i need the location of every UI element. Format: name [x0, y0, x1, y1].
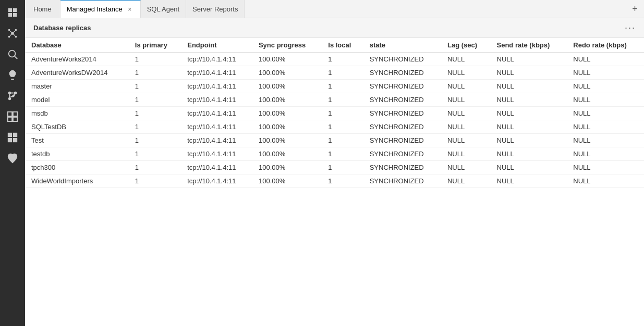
svg-rect-2: [8, 13, 12, 17]
tab-managed-instance-label: Managed Instance: [67, 5, 123, 13]
tab-home-label: Home: [33, 5, 52, 13]
svg-rect-19: [13, 112, 17, 116]
table-cell: NULL: [567, 93, 644, 107]
table-cell: 1: [322, 80, 363, 93]
svg-rect-0: [8, 8, 12, 12]
svg-line-9: [10, 31, 11, 32]
table-cell: NULL: [491, 80, 567, 93]
table-row[interactable]: Test1tcp://10.4.1.4:11100.00%1SYNCHRONIZ…: [25, 134, 644, 147]
table-cell: tcp://10.4.1.4:11: [181, 134, 252, 147]
connections-icon[interactable]: [0, 23, 25, 44]
table-row[interactable]: master1tcp://10.4.1.4:11100.00%1SYNCHRON…: [25, 80, 644, 93]
svg-line-12: [14, 34, 15, 36]
table-row[interactable]: model1tcp://10.4.1.4:11100.00%1SYNCHRONI…: [25, 93, 644, 107]
table-cell: NULL: [441, 174, 491, 188]
table-cell: SYNCHRONIZED: [363, 161, 441, 174]
table-cell: 1: [322, 147, 363, 161]
svg-rect-3: [13, 13, 17, 17]
table-cell: 1: [322, 161, 363, 174]
svg-point-13: [9, 51, 16, 57]
table-row[interactable]: msdb1tcp://10.4.1.4:11100.00%1SYNCHRONIZ…: [25, 107, 644, 120]
table-cell: SYNCHRONIZED: [363, 66, 441, 80]
table-cell: NULL: [567, 120, 644, 134]
svg-point-6: [15, 29, 17, 31]
table-cell: 1: [129, 66, 181, 80]
table-cell: tcp://10.4.1.4:11: [181, 93, 252, 107]
table-cell: SYNCHRONIZED: [363, 53, 441, 66]
table-cell: 100.00%: [252, 66, 322, 80]
svg-line-11: [10, 34, 11, 36]
table-cell: 1: [322, 134, 363, 147]
table-cell: 100.00%: [252, 93, 322, 107]
table-cell: 1: [129, 53, 181, 66]
table-cell: testdb: [25, 147, 129, 161]
svg-rect-21: [13, 117, 17, 121]
table-cell: NULL: [491, 93, 567, 107]
table-cell: NULL: [441, 161, 491, 174]
tab-sql-agent[interactable]: SQL Agent: [141, 0, 186, 18]
table-cell: 1: [322, 107, 363, 120]
table-cell: NULL: [491, 147, 567, 161]
svg-point-5: [8, 29, 10, 31]
table-cell: 1: [129, 134, 181, 147]
table-cell: tcp://10.4.1.4:11: [181, 120, 252, 134]
svg-rect-20: [8, 117, 12, 121]
table-container: DatabaseIs primaryEndpointSync progressI…: [25, 38, 644, 326]
table-cell: NULL: [491, 53, 567, 66]
table-row[interactable]: SQLTestDB1tcp://10.4.1.4:11100.00%1SYNCH…: [25, 120, 644, 134]
svg-rect-18: [8, 112, 12, 116]
svg-point-7: [8, 36, 10, 38]
table-cell: SYNCHRONIZED: [363, 80, 441, 93]
tab-home[interactable]: Home: [25, 0, 60, 18]
table-cell: 1: [129, 107, 181, 120]
search-icon[interactable]: [0, 44, 25, 65]
git-icon[interactable]: [0, 85, 25, 106]
table-cell: Test: [25, 134, 129, 147]
column-header: Lag (sec): [441, 38, 491, 53]
column-header: state: [363, 38, 441, 53]
database-replicas-table: DatabaseIs primaryEndpointSync progressI…: [25, 38, 644, 188]
tab-managed-instance[interactable]: Managed Instance ×: [60, 0, 141, 18]
table-row[interactable]: AdventureWorks20141tcp://10.4.1.4:11100.…: [25, 53, 644, 66]
column-header: Sync progress: [252, 38, 322, 53]
table-row[interactable]: WideWorldImporters1tcp://10.4.1.4:11100.…: [25, 174, 644, 188]
table-row[interactable]: tpch3001tcp://10.4.1.4:11100.00%1SYNCHRO…: [25, 161, 644, 174]
svg-point-16: [15, 92, 17, 94]
table-cell: NULL: [441, 147, 491, 161]
table-cell: SQLTestDB: [25, 120, 129, 134]
table-cell: NULL: [441, 134, 491, 147]
extensions-icon[interactable]: [0, 106, 25, 127]
table-cell: SYNCHRONIZED: [363, 174, 441, 188]
table-row[interactable]: AdventureWorksDW20141tcp://10.4.1.4:1110…: [25, 66, 644, 80]
dashboard-icon[interactable]: [0, 127, 25, 148]
table-cell: SYNCHRONIZED: [363, 107, 441, 120]
svg-point-17: [9, 92, 11, 94]
lightbulb-icon[interactable]: [0, 65, 25, 85]
table-cell: tcp://10.4.1.4:11: [181, 80, 252, 93]
table-cell: 100.00%: [252, 53, 322, 66]
table-cell: tcp://10.4.1.4:11: [181, 66, 252, 80]
table-cell: NULL: [491, 134, 567, 147]
table-cell: NULL: [567, 53, 644, 66]
column-header: Endpoint: [181, 38, 252, 53]
table-cell: tcp://10.4.1.4:11: [181, 53, 252, 66]
table-cell: 1: [129, 80, 181, 93]
table-cell: NULL: [441, 80, 491, 93]
health-icon[interactable]: [0, 148, 25, 169]
tab-server-reports[interactable]: Server Reports: [186, 0, 245, 18]
svg-point-8: [15, 36, 17, 38]
add-tab-button[interactable]: +: [626, 0, 644, 18]
tab-bar: Home Managed Instance × SQL Agent Server…: [25, 0, 644, 18]
svg-line-10: [14, 31, 15, 32]
table-cell: NULL: [491, 66, 567, 80]
table-cell: NULL: [567, 80, 644, 93]
tab-managed-instance-close[interactable]: ×: [126, 5, 134, 14]
section-menu-button[interactable]: ···: [625, 22, 636, 33]
table-cell: AdventureWorksDW2014: [25, 66, 129, 80]
tab-server-reports-label: Server Reports: [192, 5, 238, 13]
table-cell: NULL: [567, 174, 644, 188]
table-cell: 100.00%: [252, 120, 322, 134]
table-row[interactable]: testdb1tcp://10.4.1.4:11100.00%1SYNCHRON…: [25, 147, 644, 161]
table-cell: 100.00%: [252, 147, 322, 161]
table-cell: NULL: [567, 147, 644, 161]
